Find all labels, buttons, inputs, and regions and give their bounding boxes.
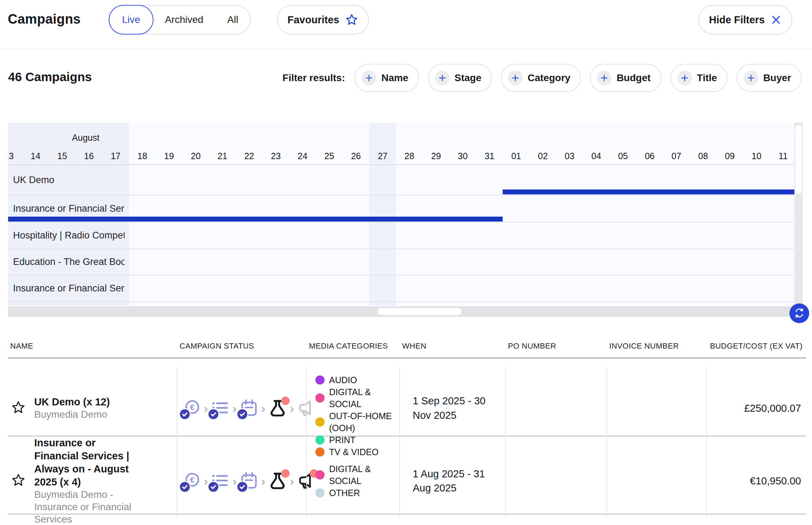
gantt-day-tick: 27 (372, 151, 393, 161)
status-tab-group: Live Archived All (109, 5, 251, 35)
column-header-invoice-number: INVOICE NUMBER (606, 342, 706, 351)
gantt-day-tick: 05 (612, 151, 634, 161)
gantt-day-tick: 28 (399, 151, 420, 161)
gantt-day-tick: 11 (772, 151, 794, 161)
gantt-day-tick: 03 (559, 151, 580, 161)
column-header-po-number: PO NUMBER (505, 342, 606, 351)
table-row: Insurance or Financial Services | Always… (8, 436, 806, 514)
campaign-name[interactable]: UK Demo (x 12) (34, 396, 110, 409)
gantt-row-label[interactable]: UK Demo (8, 175, 54, 186)
chevron-right-icon: › (261, 402, 266, 414)
media-category-item: DIGITAL & SOCIAL (315, 463, 399, 487)
favourite-star-icon[interactable] (11, 400, 26, 416)
gantt-day-tick: 21 (212, 151, 233, 161)
media-category-item: OUT-OF-HOME (OOH) (315, 410, 399, 434)
list-status-icon[interactable] (211, 472, 229, 490)
tab-archived[interactable]: Archived (153, 6, 215, 34)
category-dot-icon (315, 488, 325, 497)
gantt-day-tick: 23 (265, 151, 286, 161)
gantt-campaign-bar[interactable] (8, 217, 503, 222)
list-status-icon[interactable] (211, 399, 229, 417)
alert-badge-icon (281, 397, 290, 405)
gantt-row: Insurance or Financial Ser… (8, 276, 794, 302)
gantt-vscroll-thumb[interactable] (795, 125, 802, 194)
plus-icon (744, 71, 758, 85)
category-dot-icon (315, 435, 325, 445)
calendar-status-icon[interactable] (240, 472, 258, 490)
top-bar: Campaigns Live Archived All Favourites H… (0, 0, 812, 49)
invoice-number-cell (606, 436, 706, 525)
gantt-day-tick: 22 (238, 151, 260, 161)
campaign-subtitle: Buymedia Demo (34, 409, 110, 421)
filter-pill-category[interactable]: Category (501, 64, 581, 92)
media-categories-cell: AUDIODIGITAL & SOCIALOUT-OF-HOME (OOH)PR… (306, 358, 399, 458)
chevron-right-icon: › (261, 475, 266, 487)
chevron-right-icon: › (203, 402, 208, 414)
filter-pill-budget[interactable]: Budget (590, 64, 661, 92)
gantt-row-label[interactable]: Insurance or Financial Ser… (8, 203, 125, 214)
when-cell: 1 Aug 2025 - 31 Aug 2025 (399, 436, 505, 525)
gantt-day-tick: 01 (505, 151, 527, 161)
page-title: Campaigns (8, 12, 81, 27)
budget-cell: €10,950.00 (706, 436, 806, 525)
gantt-day-tick: 25 (319, 151, 340, 161)
gantt-day-tick: 26 (345, 151, 366, 161)
gantt-chart: August 131415161718192021222324252627282… (8, 123, 803, 317)
gantt-rows: UK DemoInsurance or Financial Ser…Hospit… (8, 165, 794, 302)
gantt-hscroll-thumb[interactable] (378, 308, 461, 315)
media-category-item: DIGITAL & SOCIAL (315, 386, 399, 410)
refresh-button[interactable] (789, 303, 809, 323)
gantt-campaign-bar[interactable] (503, 189, 794, 194)
campaign-count: 46 Campaigns (8, 70, 92, 84)
coin-status-icon[interactable]: € (182, 399, 201, 417)
gantt-day-tick: 13 (8, 151, 19, 161)
tab-all[interactable]: All (215, 6, 250, 34)
column-header-when: WHEN (399, 342, 505, 351)
gantt-day-tick: 14 (25, 151, 46, 161)
category-dot-icon (315, 417, 325, 427)
filter-pill-buyer[interactable]: Buyer (737, 64, 802, 92)
gantt-row-label[interactable]: Insurance or Financial Ser… (8, 283, 125, 294)
flask-status-icon[interactable] (268, 399, 287, 417)
plus-icon (508, 71, 523, 85)
hide-filters-button[interactable]: Hide Filters (698, 5, 792, 35)
filter-pill-title[interactable]: Title (670, 64, 728, 92)
chevron-right-icon: › (289, 475, 295, 487)
campaigns-table: NAMECAMPAIGN STATUSMEDIA CATEGORIESWHENP… (8, 334, 806, 514)
check-badge-icon (180, 409, 190, 419)
calendar-status-icon[interactable] (240, 399, 258, 417)
tab-live[interactable]: Live (109, 5, 153, 35)
gantt-day-tick: 30 (452, 151, 473, 161)
gantt-vertical-scrollbar[interactable] (794, 123, 803, 317)
campaign-name[interactable]: Insurance or Financial Services | Always… (34, 436, 140, 489)
column-header-media-categories: MEDIA CATEGORIES (306, 342, 399, 351)
coin-status-icon[interactable]: € (182, 472, 201, 490)
gantt-day-tick: 09 (719, 151, 740, 161)
chevron-right-icon: › (232, 475, 237, 487)
filter-pill-name[interactable]: Name (355, 64, 419, 92)
flask-status-icon[interactable] (268, 472, 287, 490)
gantt-horizontal-scrollbar[interactable] (8, 306, 803, 317)
refresh-icon (793, 307, 805, 320)
check-badge-icon (208, 409, 218, 419)
filter-pill-stage[interactable]: Stage (428, 64, 492, 92)
category-dot-icon (315, 447, 325, 457)
plus-icon (435, 71, 450, 85)
favourites-button[interactable]: Favourites (277, 5, 369, 35)
filter-pills: NameStageCategoryBudgetTitleBuyer (355, 64, 802, 92)
campaign-subtitle: Buymedia Demo - Insurance or Financial S… (34, 489, 140, 525)
category-dot-icon (315, 470, 325, 479)
gantt-day-tick: 31 (479, 151, 500, 161)
chevron-right-icon: › (232, 402, 237, 414)
gantt-day-tick: 04 (586, 151, 607, 161)
gantt-row-label[interactable]: Hospitality | Radio Compet… (8, 230, 125, 241)
column-header-name: NAME (8, 342, 177, 351)
gantt-row: Insurance or Financial Ser… (8, 195, 794, 223)
gantt-day-tick: 16 (78, 151, 99, 161)
category-dot-icon (315, 393, 325, 403)
chevron-right-icon: › (289, 402, 295, 414)
favourite-star-icon[interactable] (11, 473, 26, 489)
gantt-day-tick: 06 (639, 151, 660, 161)
gantt-row-label[interactable]: Education - The Great Boo… (8, 257, 125, 267)
gantt-day-tick: 19 (158, 151, 180, 161)
